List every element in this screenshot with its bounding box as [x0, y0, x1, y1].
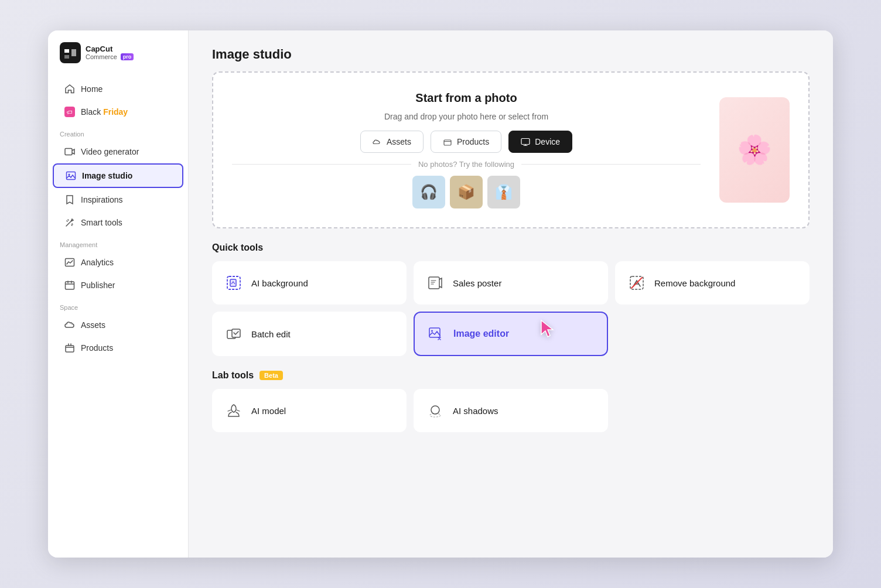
svg-rect-11 — [429, 277, 439, 289]
lab-tools-section-title: Lab tools Beta — [212, 370, 810, 381]
wand-icon — [64, 217, 75, 228]
tool-label: Remove background — [654, 278, 735, 288]
tool-label: AI model — [251, 406, 286, 416]
ai-shadows-icon — [426, 401, 445, 420]
logo-subname: Commerce — [86, 53, 117, 60]
svg-rect-5 — [66, 282, 74, 289]
sidebar-item-label: Analytics — [81, 258, 114, 267]
quick-tools-label: Quick tools — [212, 242, 263, 253]
assets-button[interactable]: Assets — [360, 131, 424, 153]
sample-photo-shirt[interactable]: 👔 — [487, 176, 520, 208]
tool-card-ai-background[interactable]: AI background — [212, 261, 407, 305]
svg-point-17 — [431, 406, 439, 414]
lab-tools-grid: AI model AI shadows — [212, 389, 810, 432]
content-area: Start from a photo Drag and drop your ph… — [189, 71, 833, 558]
logo-badge: pro — [121, 53, 134, 60]
svg-rect-0 — [60, 42, 81, 63]
tool-label: Sales poster — [453, 278, 501, 288]
chart-icon — [64, 257, 75, 268]
sidebar-item-inspirations[interactable]: Inspirations — [53, 189, 183, 211]
divider-line-left — [232, 164, 411, 165]
main-header: Image studio — [189, 30, 833, 71]
sidebar-item-products[interactable]: Products — [53, 337, 183, 359]
section-label-management: Management — [48, 234, 188, 251]
device-button[interactable]: Device — [508, 131, 572, 153]
flower-preview: 🌸 — [719, 97, 790, 203]
svg-rect-2 — [67, 172, 76, 180]
sidebar-item-black-friday[interactable]: 🏷 Black Friday — [53, 101, 183, 123]
ai-bg-icon — [224, 274, 243, 292]
sample-photo-box[interactable]: 📦 — [450, 176, 483, 208]
upload-buttons: Assets Products — [360, 131, 572, 153]
sidebar-item-label: Home — [81, 84, 103, 94]
tool-card-ai-model[interactable]: AI model — [212, 389, 407, 432]
page-title: Image studio — [212, 47, 810, 62]
tool-card-batch-edit[interactable]: Batch edit — [212, 312, 407, 356]
tool-label: Batch edit — [251, 329, 291, 339]
tool-label: AI background — [251, 278, 308, 288]
sidebar-item-video-generator[interactable]: Video generator — [53, 141, 183, 163]
section-label-space: Space — [48, 297, 188, 313]
svg-rect-1 — [65, 149, 72, 155]
home-icon — [64, 84, 75, 94]
svg-rect-8 — [521, 139, 530, 145]
sidebar-item-home[interactable]: Home — [53, 78, 183, 100]
upload-title: Start from a photo — [415, 91, 517, 105]
bookmark-icon — [64, 194, 75, 205]
sidebar-item-label: Image studio — [82, 171, 132, 180]
sidebar-item-label: Products — [81, 343, 113, 353]
video-icon — [64, 146, 75, 157]
sidebar-item-assets[interactable]: Assets — [53, 314, 183, 336]
calendar-icon — [64, 280, 75, 290]
main-content: Image studio Start from a photo Drag and… — [189, 30, 833, 558]
divider-line-right — [521, 164, 701, 165]
sidebar-item-publisher[interactable]: Publisher — [53, 274, 183, 296]
image-edit-icon — [426, 324, 445, 343]
upload-zone[interactable]: Start from a photo Drag and drop your ph… — [212, 71, 810, 228]
lab-tools-label: Lab tools — [212, 370, 254, 381]
upload-divider: No photos? Try the following — [232, 160, 701, 169]
sidebar-item-smart-tools[interactable]: Smart tools — [53, 211, 183, 234]
cloud-icon — [64, 320, 75, 330]
batch-icon — [224, 324, 243, 343]
sample-photo-headphones[interactable]: 🎧 — [412, 176, 445, 208]
sidebar-item-image-studio[interactable]: Image studio — [53, 163, 183, 188]
sidebar-item-label: Smart tools — [81, 218, 122, 227]
sidebar-item-label: Inspirations — [81, 195, 123, 204]
tool-card-ai-shadows[interactable]: AI shadows — [414, 389, 608, 432]
tool-card-sales-poster[interactable]: Sales poster — [414, 261, 608, 305]
section-label-creation: Creation — [48, 124, 188, 140]
tool-label: AI shadows — [453, 406, 498, 416]
ai-model-icon — [224, 401, 243, 420]
tool-label: Image editor — [453, 329, 509, 339]
quick-tools-section-title: Quick tools — [212, 242, 810, 253]
sidebar-item-label: Black Friday — [81, 107, 128, 117]
no-photos-text: No photos? Try the following — [418, 160, 514, 169]
products-button[interactable]: Products — [431, 131, 501, 153]
tag-icon: 🏷 — [64, 107, 75, 117]
svg-rect-6 — [66, 346, 74, 352]
upload-center: Start from a photo Drag and drop your ph… — [232, 91, 701, 208]
logo: CapCut Commerce pro — [48, 42, 188, 77]
svg-point-16 — [431, 330, 433, 332]
sidebar-item-label: Assets — [81, 320, 105, 330]
tool-card-image-editor[interactable]: Image editor — [414, 312, 608, 356]
svg-rect-10 — [230, 279, 236, 286]
beta-badge: Beta — [259, 371, 283, 380]
remove-bg-icon — [627, 274, 646, 292]
app-window: CapCut Commerce pro Home 🏷 — [48, 30, 833, 558]
box-icon — [64, 343, 75, 353]
tool-card-remove-background[interactable]: Remove background — [615, 261, 810, 305]
cursor-arrow — [537, 317, 560, 346]
sidebar: CapCut Commerce pro Home 🏷 — [48, 30, 189, 558]
poster-icon — [426, 274, 445, 292]
image-studio-icon — [66, 170, 76, 181]
svg-rect-7 — [444, 140, 451, 145]
sample-photos: 🎧 📦 👔 — [412, 176, 520, 208]
sidebar-item-label: Publisher — [81, 281, 115, 290]
sidebar-item-analytics[interactable]: Analytics — [53, 251, 183, 274]
quick-tools-grid: AI background Sales poster — [212, 261, 810, 356]
sidebar-navigation: Home 🏷 Black Friday Creation — [48, 77, 188, 546]
upload-subtitle: Drag and drop your photo here or select … — [384, 112, 548, 121]
logo-name: CapCut — [86, 45, 134, 53]
